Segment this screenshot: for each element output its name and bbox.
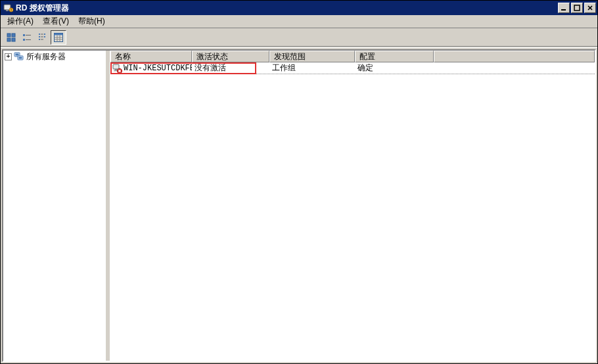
svg-rect-15 (39, 34, 40, 35)
svg-rect-16 (41, 34, 43, 34)
svg-rect-6 (574, 5, 580, 11)
minimize-button[interactable] (558, 3, 570, 13)
svg-rect-11 (23, 34, 25, 36)
cell-name-text: WIN-JKESUTCDKFE (124, 64, 192, 73)
app-window: RD 授权管理器 操作(A) 查看(V) 帮助(H) (0, 0, 598, 364)
svg-rect-22 (44, 36, 45, 37)
title-bar[interactable]: RD 授权管理器 (1, 1, 597, 15)
cell-filler (434, 62, 595, 74)
column-activation[interactable]: 激活状态 (192, 51, 269, 62)
view-small-icons-button[interactable] (19, 30, 35, 45)
column-config[interactable]: 配置 (355, 51, 434, 62)
svg-rect-19 (39, 39, 40, 40)
svg-rect-5 (561, 9, 566, 11)
tree-root-row[interactable]: + 所有服务器 (3, 51, 106, 62)
cell-name: WIN-JKESUTCDKFE (110, 62, 192, 74)
expand-icon[interactable]: + (5, 53, 12, 60)
column-filler (434, 51, 595, 62)
servers-icon (14, 51, 24, 62)
cell-scope: 工作组 (269, 62, 355, 74)
toolbar (1, 28, 597, 47)
view-list-button[interactable] (35, 30, 51, 45)
cell-activation: 没有激活 (192, 62, 269, 74)
tree-root-label: 所有服务器 (26, 51, 66, 62)
svg-rect-33 (113, 64, 119, 69)
svg-rect-8 (12, 34, 15, 37)
svg-rect-32 (19, 57, 22, 59)
svg-rect-7 (7, 34, 11, 37)
table-row[interactable]: WIN-JKESUTCDKFE 没有激活 工作组 确定 (110, 62, 595, 74)
menu-view[interactable]: 查看(V) (39, 14, 73, 28)
svg-rect-21 (44, 34, 45, 35)
list-pane: 名称 激活状态 发现范围 配置 (110, 51, 595, 361)
view-large-icons-button[interactable] (3, 30, 19, 45)
menu-help[interactable]: 帮助(H) (74, 14, 109, 28)
tree-pane[interactable]: + 所有服务器 (3, 51, 107, 361)
window-title: RD 授权管理器 (16, 3, 557, 14)
body-split: + 所有服务器 名称 激活状态 发现范围 配置 (2, 49, 596, 362)
maximize-button[interactable] (571, 3, 583, 13)
svg-rect-4 (11, 10, 11, 11)
column-scope[interactable]: 发现范围 (269, 51, 355, 62)
svg-rect-14 (26, 39, 31, 40)
svg-rect-1 (6, 10, 9, 11)
svg-point-3 (11, 9, 12, 10)
svg-rect-31 (16, 54, 19, 56)
view-details-button[interactable] (51, 30, 66, 45)
cell-config: 确定 (355, 62, 434, 74)
close-button[interactable] (584, 3, 596, 13)
svg-rect-24 (55, 33, 63, 35)
svg-rect-18 (41, 36, 43, 37)
svg-rect-20 (41, 39, 43, 39)
svg-rect-17 (39, 36, 40, 37)
menu-action[interactable]: 操作(A) (3, 14, 37, 28)
list-header: 名称 激活状态 发现范围 配置 (110, 51, 595, 62)
app-icon (3, 3, 14, 13)
svg-rect-34 (115, 69, 118, 70)
svg-rect-13 (23, 39, 25, 41)
toolbar-separator (1, 47, 597, 48)
svg-rect-12 (26, 35, 31, 35)
menu-bar: 操作(A) 查看(V) 帮助(H) (1, 15, 597, 28)
svg-rect-10 (12, 38, 15, 41)
column-name[interactable]: 名称 (110, 51, 192, 62)
svg-rect-9 (7, 38, 11, 41)
server-alert-icon (112, 63, 122, 74)
